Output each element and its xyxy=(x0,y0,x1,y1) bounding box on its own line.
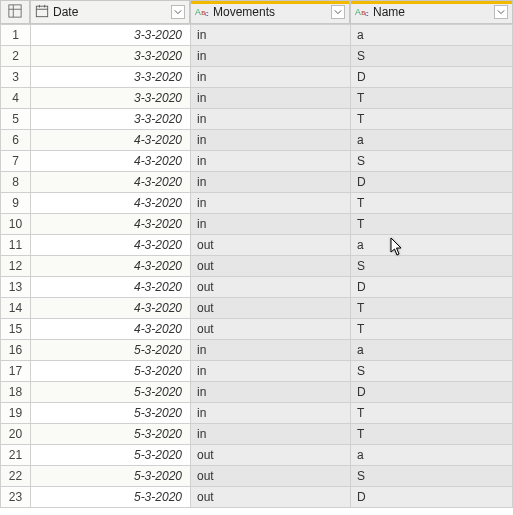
cell-date[interactable]: 5-3-2020 xyxy=(31,487,191,508)
cell-name[interactable]: T xyxy=(351,424,513,445)
table-row[interactable]: 94-3-2020inT xyxy=(1,193,513,214)
table-row[interactable]: 185-3-2020inD xyxy=(1,382,513,403)
cell-name[interactable]: T xyxy=(351,109,513,130)
row-number[interactable]: 14 xyxy=(1,298,31,319)
table-row[interactable]: 175-3-2020inS xyxy=(1,361,513,382)
cell-movements[interactable]: in xyxy=(191,340,351,361)
cell-date[interactable]: 3-3-2020 xyxy=(31,109,191,130)
cell-date[interactable]: 3-3-2020 xyxy=(31,88,191,109)
cell-date[interactable]: 5-3-2020 xyxy=(31,403,191,424)
row-number[interactable]: 19 xyxy=(1,403,31,424)
cell-movements[interactable]: in xyxy=(191,67,351,88)
cell-date[interactable]: 5-3-2020 xyxy=(31,445,191,466)
cell-date[interactable]: 3-3-2020 xyxy=(31,25,191,46)
table-row[interactable]: 104-3-2020inT xyxy=(1,214,513,235)
cell-movements[interactable]: in xyxy=(191,130,351,151)
cell-movements[interactable]: in xyxy=(191,25,351,46)
cell-date[interactable]: 4-3-2020 xyxy=(31,277,191,298)
cell-date[interactable]: 3-3-2020 xyxy=(31,67,191,88)
table-row[interactable]: 205-3-2020inT xyxy=(1,424,513,445)
row-number[interactable]: 8 xyxy=(1,172,31,193)
cell-name[interactable]: T xyxy=(351,193,513,214)
column-filter-name[interactable] xyxy=(494,5,508,19)
cell-name[interactable]: D xyxy=(351,487,513,508)
cell-date[interactable]: 4-3-2020 xyxy=(31,214,191,235)
cell-name[interactable]: S xyxy=(351,361,513,382)
cell-name[interactable]: a xyxy=(351,235,513,256)
row-number[interactable]: 3 xyxy=(1,67,31,88)
table-row[interactable]: 114-3-2020outa xyxy=(1,235,513,256)
cell-name[interactable]: T xyxy=(351,298,513,319)
cell-movements[interactable]: out xyxy=(191,487,351,508)
cell-date[interactable]: 5-3-2020 xyxy=(31,424,191,445)
cell-date[interactable]: 5-3-2020 xyxy=(31,382,191,403)
table-row[interactable]: 23-3-2020inS xyxy=(1,46,513,67)
cell-date[interactable]: 5-3-2020 xyxy=(31,361,191,382)
cell-name[interactable]: a xyxy=(351,340,513,361)
cell-name[interactable]: S xyxy=(351,256,513,277)
table-row[interactable]: 124-3-2020outS xyxy=(1,256,513,277)
cell-name[interactable]: T xyxy=(351,214,513,235)
cell-movements[interactable]: in xyxy=(191,88,351,109)
row-number[interactable]: 17 xyxy=(1,361,31,382)
row-number[interactable]: 6 xyxy=(1,130,31,151)
cell-name[interactable]: a xyxy=(351,445,513,466)
column-filter-date[interactable] xyxy=(171,5,185,19)
cell-movements[interactable]: in xyxy=(191,193,351,214)
row-number[interactable]: 7 xyxy=(1,151,31,172)
cell-movements[interactable]: in xyxy=(191,382,351,403)
cell-name[interactable]: T xyxy=(351,319,513,340)
row-number[interactable]: 18 xyxy=(1,382,31,403)
row-number[interactable]: 16 xyxy=(1,340,31,361)
column-header-name[interactable]: ABC Name xyxy=(350,0,513,24)
cell-movements[interactable]: out xyxy=(191,235,351,256)
cell-movements[interactable]: in xyxy=(191,424,351,445)
table-row[interactable]: 134-3-2020outD xyxy=(1,277,513,298)
cell-date[interactable]: 4-3-2020 xyxy=(31,172,191,193)
table-row[interactable]: 225-3-2020outS xyxy=(1,466,513,487)
cell-name[interactable]: D xyxy=(351,382,513,403)
cell-name[interactable]: S xyxy=(351,151,513,172)
cell-name[interactable]: a xyxy=(351,25,513,46)
cell-movements[interactable]: in xyxy=(191,403,351,424)
cell-name[interactable]: T xyxy=(351,88,513,109)
cell-date[interactable]: 5-3-2020 xyxy=(31,340,191,361)
data-grid[interactable]: 13-3-2020ina23-3-2020inS33-3-2020inD43-3… xyxy=(0,24,513,508)
column-filter-movements[interactable] xyxy=(331,5,345,19)
cell-name[interactable]: S xyxy=(351,466,513,487)
row-number[interactable]: 13 xyxy=(1,277,31,298)
cell-movements[interactable]: in xyxy=(191,109,351,130)
table-row[interactable]: 33-3-2020inD xyxy=(1,67,513,88)
cell-name[interactable]: D xyxy=(351,277,513,298)
cell-date[interactable]: 4-3-2020 xyxy=(31,193,191,214)
cell-movements[interactable]: in xyxy=(191,46,351,67)
cell-movements[interactable]: out xyxy=(191,277,351,298)
table-row[interactable]: 154-3-2020outT xyxy=(1,319,513,340)
row-number[interactable]: 12 xyxy=(1,256,31,277)
table-row[interactable]: 195-3-2020inT xyxy=(1,403,513,424)
table-row[interactable]: 144-3-2020outT xyxy=(1,298,513,319)
table-row[interactable]: 13-3-2020ina xyxy=(1,25,513,46)
cell-name[interactable]: D xyxy=(351,67,513,88)
cell-date[interactable]: 4-3-2020 xyxy=(31,151,191,172)
cell-movements[interactable]: out xyxy=(191,466,351,487)
table-row[interactable]: 74-3-2020inS xyxy=(1,151,513,172)
row-number[interactable]: 15 xyxy=(1,319,31,340)
cell-name[interactable]: T xyxy=(351,403,513,424)
row-number[interactable]: 4 xyxy=(1,88,31,109)
cell-date[interactable]: 4-3-2020 xyxy=(31,130,191,151)
row-number[interactable]: 22 xyxy=(1,466,31,487)
cell-date[interactable]: 4-3-2020 xyxy=(31,235,191,256)
row-number[interactable]: 2 xyxy=(1,46,31,67)
cell-date[interactable]: 4-3-2020 xyxy=(31,298,191,319)
cell-movements[interactable]: out xyxy=(191,445,351,466)
cell-movements[interactable]: out xyxy=(191,298,351,319)
cell-date[interactable]: 3-3-2020 xyxy=(31,46,191,67)
table-row[interactable]: 43-3-2020inT xyxy=(1,88,513,109)
cell-movements[interactable]: in xyxy=(191,151,351,172)
row-number[interactable]: 21 xyxy=(1,445,31,466)
row-number[interactable]: 20 xyxy=(1,424,31,445)
cell-movements[interactable]: in xyxy=(191,214,351,235)
row-number[interactable]: 10 xyxy=(1,214,31,235)
table-row[interactable]: 53-3-2020inT xyxy=(1,109,513,130)
